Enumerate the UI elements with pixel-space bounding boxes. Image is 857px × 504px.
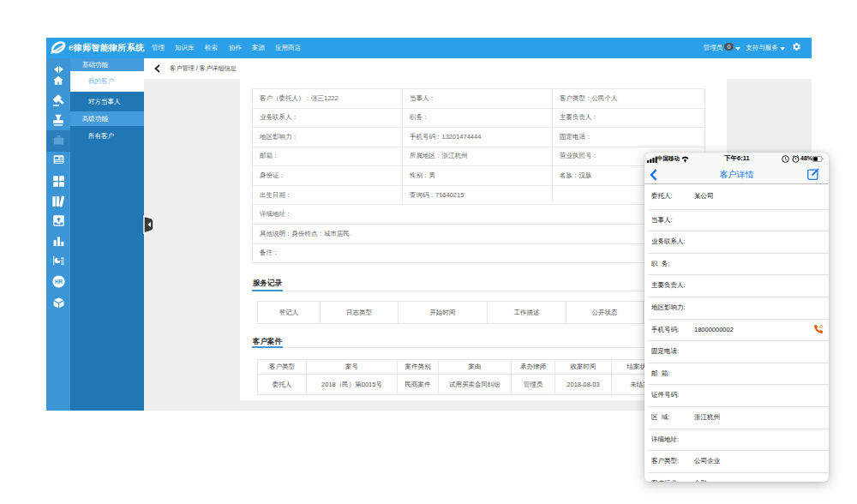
- svg-text:HR: HR: [54, 279, 63, 285]
